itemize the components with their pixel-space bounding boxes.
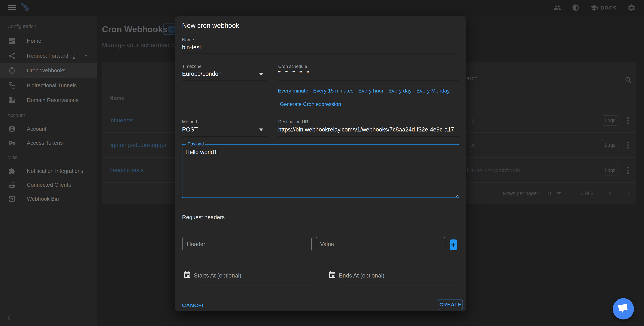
app-root: DOCS Configuration Home Request Forwardi… (0, 0, 644, 326)
sidebar-item-notification-integrations[interactable]: Notification Integrations (0, 164, 97, 178)
preset-every-day[interactable]: Every day (388, 88, 412, 94)
settings-icon[interactable] (627, 4, 636, 12)
sidebar-item-bidirectional-tunnels[interactable]: Bidirectional Tunnels (0, 78, 97, 93)
sidebar-item-home[interactable]: Home (0, 34, 97, 48)
ends-at-underline (339, 283, 459, 283)
name-input[interactable]: bin-test (182, 44, 201, 51)
sidebar-item-access-tokens[interactable]: Access Tokens (0, 136, 97, 150)
sidebar-item-account[interactable]: Account (0, 122, 97, 136)
sidebar-item-label: Bidirectional Tunnels (27, 82, 77, 89)
header-input[interactable] (183, 237, 312, 251)
calendar-icon[interactable] (328, 271, 336, 280)
cron-schedule-input[interactable]: * * * * * (278, 69, 310, 77)
method-dropdown-icon[interactable] (259, 129, 263, 131)
puzzle-icon (8, 167, 16, 175)
row-menu-icon[interactable] (627, 166, 629, 175)
topbar: DOCS (0, 0, 644, 16)
sidebar-item-label: Account (27, 126, 46, 132)
row-menu-icon[interactable] (627, 116, 629, 125)
docs-link[interactable]: DOCS (590, 4, 617, 12)
row-menu-icon[interactable] (627, 141, 629, 150)
timezone-label: Timezone (182, 64, 202, 69)
table-row-name[interactable]: influencer (110, 117, 134, 124)
rows-per-page-label: Rows per page: (503, 191, 538, 196)
cron-schedule-label: Cron schedule (278, 64, 307, 69)
rows-per-page-value[interactable]: 10 (546, 191, 551, 196)
destination-url-input[interactable]: https://bin.webhookrelay.com/v1/webhooks… (278, 126, 459, 133)
name-label: Name (182, 37, 194, 43)
theme-toggle-icon[interactable] (572, 4, 580, 12)
sidebar-item-webhook-bin[interactable]: Webhook Bin (0, 192, 97, 206)
accounts-icon[interactable] (553, 4, 562, 12)
logs-button[interactable]: Logs (602, 140, 618, 150)
resize-handle-icon[interactable] (454, 193, 458, 197)
generate-cron-expression-link[interactable]: Generate Cron expression (280, 101, 341, 107)
preset-every-monday[interactable]: Every Monday (416, 88, 450, 94)
text-cursor (218, 149, 218, 155)
sidebar-item-request-forwarding[interactable]: Request Forwarding (0, 49, 97, 63)
create-button[interactable]: CREATE (438, 299, 463, 310)
topbar-actions: DOCS (553, 0, 636, 16)
payload-textarea[interactable]: Payload Hello world1 (182, 144, 459, 198)
sidebar-item-label: Home (27, 38, 41, 44)
request-headers-label: Request headers (182, 214, 225, 220)
share-icon (8, 52, 16, 60)
menu-icon[interactable] (8, 5, 16, 11)
router-icon (8, 181, 16, 189)
sidebar-item-label: Connected Clients (27, 182, 71, 188)
sidebar: Configuration Home Request Forwarding Cr… (0, 16, 97, 326)
rows-per-page-dropdown-icon[interactable] (557, 192, 561, 195)
value-input[interactable] (316, 237, 445, 251)
domain-icon (8, 96, 16, 104)
table-row-name[interactable]: periodic-tests (110, 167, 144, 174)
timezone-dropdown-icon[interactable] (259, 73, 263, 75)
preset-every-15-minutes[interactable]: Every 15 minutes (313, 88, 353, 94)
dashboard-icon (8, 37, 16, 45)
sidebar-item-label: Cron Webhooks (27, 68, 66, 74)
dialog-title: New cron webhook (182, 22, 239, 30)
chevron-down-icon (83, 53, 89, 59)
calendar-icon[interactable] (183, 271, 191, 280)
logs-button[interactable]: Logs (602, 165, 618, 175)
collapse-sidebar-icon[interactable]: ‹ (7, 311, 10, 323)
cancel-button[interactable]: CANCEL (182, 302, 206, 308)
sidebar-item-domain-reservations[interactable]: Domain Reservations (0, 93, 97, 107)
sidebar-item-cron-webhooks[interactable]: Cron Webhooks (0, 63, 97, 78)
destination-url-underline (278, 136, 459, 136)
table-row-name[interactable]: lightning-studio-trigger (110, 142, 166, 148)
method-underline (182, 136, 268, 136)
timezone-underline (182, 80, 268, 80)
column-header-name: Name (110, 95, 125, 101)
sidebar-item-label: Access Tokens (27, 140, 63, 146)
docs-label: DOCS (600, 5, 617, 11)
method-select[interactable]: POST (182, 126, 198, 133)
previous-page-icon[interactable]: ‹ (609, 189, 612, 197)
starts-at-input[interactable]: Starts At (optional) (194, 272, 241, 279)
table-row-destination: ai (470, 118, 474, 124)
sidebar-item-label: Notification Integrations (27, 168, 83, 174)
preset-every-minute[interactable]: Every minute (278, 88, 308, 94)
sidebar-item-connected-clients[interactable]: Connected Clients (0, 178, 97, 192)
timezone-select[interactable]: Europe/London (182, 71, 222, 77)
timer-icon (8, 67, 16, 74)
add-header-button[interactable]: + (450, 239, 457, 250)
ends-at-input[interactable]: Ends At (optional) (339, 272, 384, 279)
chat-widget-button[interactable] (613, 298, 634, 319)
payload-label: Payload (186, 141, 205, 147)
exit-to-app-icon (8, 195, 16, 203)
destination-url-label: Destination URL (278, 119, 311, 124)
method-label: Method (182, 119, 197, 124)
sidebar-item-label: Webhook Bin (27, 196, 59, 202)
payload-value: Hello world1 (186, 149, 218, 156)
next-page-icon[interactable]: › (627, 189, 630, 197)
cron-presets: Every minute Every 15 minutes Every hour… (278, 88, 450, 94)
plus-icon: + (168, 26, 176, 33)
key-icon (8, 139, 16, 147)
rows-per-page-underline (544, 201, 563, 201)
sidebar-item-label: Request Forwarding (27, 53, 76, 59)
section-misc: Misc (8, 154, 17, 160)
preset-every-hour[interactable]: Every hour (358, 88, 384, 94)
app-logo-icon[interactable] (20, 1, 31, 14)
logs-button[interactable]: Logs (602, 115, 618, 126)
person-icon (8, 125, 16, 133)
